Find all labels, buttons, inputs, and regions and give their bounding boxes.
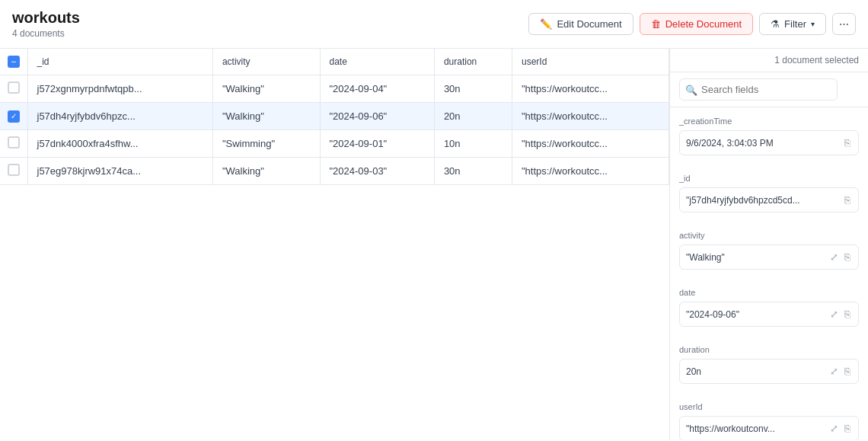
cell-userid: "https://workoutcc... xyxy=(512,130,669,158)
copy-button[interactable]: ⎘ xyxy=(843,307,852,321)
cell-duration: 20n xyxy=(434,103,512,130)
header-actions: ✏️ Edit Document 🗑 Delete Document ⚗ Fil… xyxy=(528,13,856,35)
cell-id: j57dh4ryjfybdv6hpzc... xyxy=(27,103,212,130)
field-section-duration: duration 20n ⤢ ⎘ xyxy=(670,336,868,384)
edit-document-button[interactable]: ✏️ Edit Document xyxy=(528,13,633,35)
col-userid: userId xyxy=(512,49,669,75)
row-checkbox[interactable] xyxy=(8,110,20,123)
page-header: workouts 4 documents ✏️ Edit Document 🗑 … xyxy=(0,0,868,49)
field-label: date xyxy=(679,288,859,297)
expand-button[interactable]: ⤢ xyxy=(828,307,840,321)
cell-id: j57eg978kjrw91x74ca... xyxy=(27,158,212,185)
field-section-userId: userId "https://workoutconv... ⤢ ⎘ xyxy=(670,393,868,440)
row-checkbox[interactable] xyxy=(8,81,20,94)
col-duration: duration xyxy=(434,49,512,75)
page-title: workouts xyxy=(12,9,528,27)
field-value-row: 9/6/2024, 3:04:03 PM ⎘ xyxy=(679,130,859,155)
search-wrapper: 🔍 xyxy=(679,78,859,101)
field-section-_creationTime: _creationTime 9/6/2024, 3:04:03 PM ⎘ xyxy=(670,107,868,155)
field-value-text: "https://workoutconv... xyxy=(686,423,825,434)
chevron-down-icon: ▾ xyxy=(811,20,815,28)
main-layout: _id activity date duration userId j572xg… xyxy=(0,49,868,440)
cell-userid: "https://workoutcc... xyxy=(512,103,669,130)
field-value-row: "https://workoutconv... ⤢ ⎘ xyxy=(679,416,859,440)
field-label: _id xyxy=(679,174,859,183)
cell-activity: "Swimming" xyxy=(212,130,320,158)
ellipsis-icon: ⋯ xyxy=(839,18,849,30)
row-checkbox[interactable] xyxy=(8,164,20,176)
expand-button[interactable]: ⤢ xyxy=(828,421,840,436)
cell-duration: 10n xyxy=(434,130,512,158)
cell-userid: "https://workoutcc... xyxy=(512,158,669,185)
field-value-text: "Walking" xyxy=(686,252,825,263)
field-value-row: 20n ⤢ ⎘ xyxy=(679,359,859,384)
copy-button[interactable]: ⎘ xyxy=(843,421,852,436)
field-value-row: "Walking" ⤢ ⎘ xyxy=(679,244,859,270)
field-section-_id: _id "j57dh4ryjfybdv6hpzcd5cd... ⎘ xyxy=(670,165,868,213)
cell-date: "2024-09-04" xyxy=(320,75,434,103)
cell-id: j57dnk4000xfra4sfhw... xyxy=(27,130,212,158)
field-label: userId xyxy=(679,402,859,411)
cell-duration: 30n xyxy=(434,158,512,185)
table-row[interactable]: j57eg978kjrw91x74ca... "Walking" "2024-0… xyxy=(0,158,669,185)
field-label: duration xyxy=(679,345,859,354)
select-all-checkbox[interactable] xyxy=(8,56,20,68)
search-input[interactable] xyxy=(679,78,838,101)
field-label: activity xyxy=(679,231,859,240)
detail-fields: _creationTime 9/6/2024, 3:04:03 PM ⎘ _id… xyxy=(670,107,868,440)
filter-button[interactable]: ⚗ Filter ▾ xyxy=(759,13,826,35)
row-checkbox-cell[interactable] xyxy=(0,158,27,185)
col-date: date xyxy=(320,49,434,75)
table-row[interactable]: j572xgnmyrpdnfwtqpb... "Walking" "2024-0… xyxy=(0,75,669,103)
delete-document-button[interactable]: 🗑 Delete Document xyxy=(640,13,753,35)
cell-activity: "Walking" xyxy=(212,103,320,130)
field-value-text: 20n xyxy=(686,366,825,377)
row-checkbox[interactable] xyxy=(8,136,20,149)
pencil-icon: ✏️ xyxy=(540,18,552,30)
table-row[interactable]: j57dnk4000xfra4sfhw... "Swimming" "2024-… xyxy=(0,130,669,158)
expand-button[interactable]: ⤢ xyxy=(828,250,840,264)
cell-id: j572xgnmyrpdnfwtqpb... xyxy=(27,75,212,103)
edit-label: Edit Document xyxy=(557,18,621,30)
cell-date: "2024-09-03" xyxy=(320,158,434,185)
field-value-text: 9/6/2024, 3:04:03 PM xyxy=(686,138,840,149)
copy-button[interactable]: ⎘ xyxy=(843,193,852,207)
select-all-header[interactable] xyxy=(0,49,27,75)
field-value-text: "j57dh4ryjfybdv6hpzcd5cd... xyxy=(686,195,840,206)
header-left: workouts 4 documents xyxy=(12,9,528,39)
col-id: _id xyxy=(27,49,212,75)
cell-date: "2024-09-01" xyxy=(320,130,434,158)
search-icon: 🔍 xyxy=(685,84,697,95)
delete-label: Delete Document xyxy=(665,18,742,30)
cell-activity: "Walking" xyxy=(212,75,320,103)
field-label: _creationTime xyxy=(679,117,859,126)
field-section-activity: activity "Walking" ⤢ ⎘ xyxy=(670,222,868,270)
row-checkbox-cell[interactable] xyxy=(0,103,27,130)
copy-button[interactable]: ⎘ xyxy=(843,136,852,150)
table-header-row: _id activity date duration userId xyxy=(0,49,669,75)
selected-count-header: 1 document selected xyxy=(670,49,868,72)
cell-duration: 30n xyxy=(434,75,512,103)
search-bar: 🔍 xyxy=(670,72,868,107)
field-value-row: "2024-09-06" ⤢ ⎘ xyxy=(679,302,859,327)
col-activity: activity xyxy=(212,49,320,75)
field-section-date: date "2024-09-06" ⤢ ⎘ xyxy=(670,279,868,327)
doc-count: 4 documents xyxy=(12,28,528,39)
copy-button[interactable]: ⎘ xyxy=(843,250,852,264)
table-container: _id activity date duration userId j572xg… xyxy=(0,49,670,440)
field-value-row: "j57dh4ryjfybdv6hpzcd5cd... ⎘ xyxy=(679,187,859,213)
selected-count: 1 document selected xyxy=(774,55,859,66)
filter-icon: ⚗ xyxy=(771,18,780,30)
trash-icon: 🗑 xyxy=(651,18,661,30)
more-options-button[interactable]: ⋯ xyxy=(832,13,856,35)
row-checkbox-cell[interactable] xyxy=(0,130,27,158)
cell-activity: "Walking" xyxy=(212,158,320,185)
table-row[interactable]: j57dh4ryjfybdv6hpzc... "Walking" "2024-0… xyxy=(0,103,669,130)
cell-date: "2024-09-06" xyxy=(320,103,434,130)
row-checkbox-cell[interactable] xyxy=(0,75,27,103)
cell-userid: "https://workoutcc... xyxy=(512,75,669,103)
copy-button[interactable]: ⎘ xyxy=(843,364,852,379)
expand-button[interactable]: ⤢ xyxy=(828,364,840,379)
detail-panel: 1 document selected 🔍 _creationTime 9/6/… xyxy=(670,49,868,440)
field-value-text: "2024-09-06" xyxy=(686,309,825,320)
